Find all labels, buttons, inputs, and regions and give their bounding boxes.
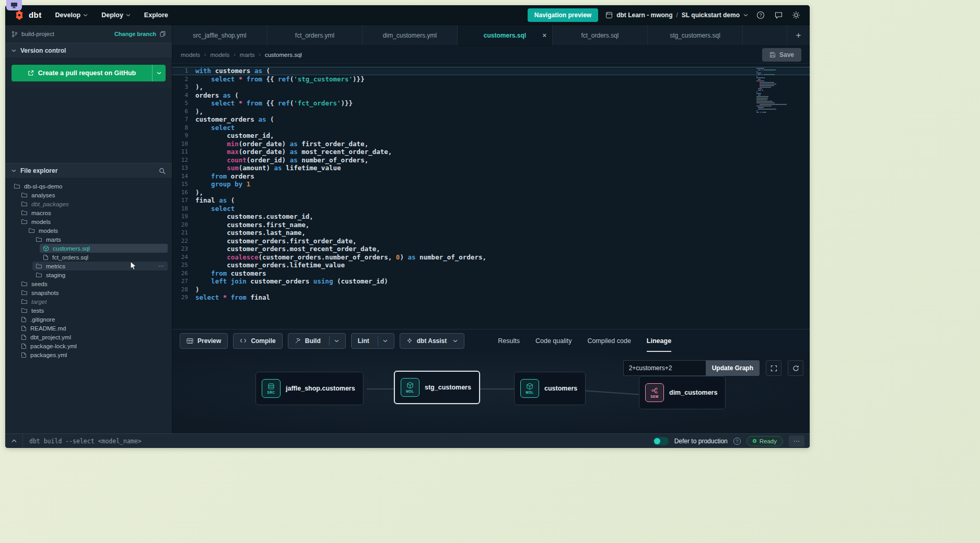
chevron-down-icon[interactable] bbox=[453, 339, 458, 343]
code-line[interactable]: 12 count(order_id) as number_of_orders, bbox=[172, 156, 810, 164]
change-branch-link[interactable]: Change branch bbox=[114, 31, 156, 37]
code-line[interactable]: 25 customer_orders.lifetime_value bbox=[172, 261, 810, 269]
account-project-switcher[interactable]: dbt Learn - mwong / SL quickstart demo bbox=[605, 11, 748, 19]
search-icon[interactable] bbox=[159, 168, 166, 174]
tree-item-packages-yml[interactable]: packages.yml bbox=[5, 350, 172, 359]
tree-item-staging[interactable]: staging bbox=[5, 270, 172, 279]
editor-tab-customers-sql[interactable]: customers.sql× bbox=[458, 25, 553, 45]
code-line[interactable]: 2 select * from {{ ref('stg_customers')}… bbox=[172, 75, 810, 84]
editor-tab-fct-orders-sql[interactable]: fct_orders.sql bbox=[553, 25, 648, 45]
nav-item-develop[interactable]: Develop bbox=[55, 11, 88, 19]
nav-item-explore[interactable]: Explore bbox=[144, 11, 168, 19]
tree-item-macros[interactable]: macros bbox=[5, 208, 172, 217]
more-options-button[interactable]: ⋯ bbox=[789, 435, 804, 447]
copy-icon[interactable] bbox=[160, 31, 166, 37]
tree-item-seeds[interactable]: seeds bbox=[5, 279, 172, 288]
refresh-icon[interactable] bbox=[788, 360, 803, 376]
file-explorer-header[interactable]: File explorer bbox=[5, 163, 172, 179]
lineage-panel[interactable]: SRCjaffle_shop.customersMDLstg_customers… bbox=[172, 352, 810, 433]
code-line[interactable]: 9 customer_id, bbox=[172, 132, 810, 140]
code-line[interactable]: 3), bbox=[172, 83, 810, 91]
editor-tab-fct-orders-yml[interactable]: fct_orders.yml bbox=[267, 25, 363, 45]
editor-minimap[interactable] bbox=[756, 68, 804, 113]
code-line[interactable]: 27 left join customer_orders using (cust… bbox=[172, 277, 810, 286]
code-line[interactable]: 29select * from final bbox=[172, 293, 810, 302]
tab-code-quality[interactable]: Code quality bbox=[535, 329, 572, 352]
create-pull-request-button[interactable]: Create a pull request on GitHub bbox=[11, 65, 166, 81]
command-input[interactable]: dbt build --select <model_name> bbox=[29, 438, 142, 445]
feedback-chat-icon[interactable] bbox=[773, 10, 784, 20]
code-line[interactable]: 24 coalesce(customer_orders.number_of_or… bbox=[172, 253, 810, 262]
code-line[interactable]: 13 sum(amount) as lifetime_value bbox=[172, 164, 810, 172]
code-line[interactable]: 19 customers.customer_id, bbox=[172, 213, 810, 221]
tab-lineage[interactable]: Lineage bbox=[647, 329, 671, 352]
code-line[interactable]: 5 select * from {{ ref('fct_orders')}} bbox=[172, 99, 810, 108]
tree-item-models[interactable]: models bbox=[5, 217, 172, 226]
code-line[interactable]: 21 customers.last_name, bbox=[172, 229, 810, 237]
code-line[interactable]: 17final as ( bbox=[172, 196, 810, 205]
pr-button-dropdown[interactable] bbox=[152, 65, 166, 81]
editor-tab-dim-customers-yml[interactable]: dim_customers.yml bbox=[363, 25, 458, 45]
tree-item-tests[interactable]: tests bbox=[5, 306, 172, 315]
preview-button[interactable]: Preview bbox=[180, 333, 228, 349]
editor-tab-src-jaffle-shop-yml[interactable]: src_jaffle_shop.yml bbox=[172, 25, 267, 45]
save-button[interactable]: Save bbox=[762, 48, 801, 62]
breadcrumb-item[interactable]: models bbox=[181, 52, 200, 58]
tab-results[interactable]: Results bbox=[498, 329, 520, 352]
close-icon[interactable]: × bbox=[542, 31, 546, 39]
code-line[interactable]: 10 min(order_date) as first_order_date, bbox=[172, 140, 810, 148]
build-button[interactable]: Build bbox=[288, 333, 346, 349]
chevron-down-icon[interactable] bbox=[329, 336, 339, 346]
tree-item-target[interactable]: target bbox=[5, 297, 172, 306]
code-line[interactable]: 23 customer_orders.most_recent_order_dat… bbox=[172, 245, 810, 253]
tree-item-marts[interactable]: marts bbox=[5, 235, 172, 244]
settings-gear-icon[interactable] bbox=[791, 10, 801, 20]
tree-item-package-lock-yml[interactable]: package-lock.yml bbox=[5, 341, 172, 350]
dbt-assist-button[interactable]: dbt Assist bbox=[400, 333, 465, 349]
tree-item-dbt-packages[interactable]: dbt_packages bbox=[5, 199, 172, 208]
update-graph-button[interactable]: Update Graph bbox=[706, 360, 760, 376]
defer-help-icon[interactable]: ? bbox=[733, 438, 741, 445]
code-line[interactable]: 18 select bbox=[172, 205, 810, 213]
code-line[interactable]: 7customer_orders as ( bbox=[172, 115, 810, 124]
compile-button[interactable]: Compile bbox=[233, 333, 282, 349]
nav-item-deploy[interactable]: Deploy bbox=[101, 11, 131, 19]
code-line[interactable]: 14 from orders bbox=[172, 172, 810, 181]
dbt-logo[interactable]: dbt bbox=[14, 9, 42, 21]
tree-item-analyses[interactable]: analyses bbox=[5, 191, 172, 199]
code-line[interactable]: 4orders as ( bbox=[172, 91, 810, 100]
lineage-node-jaffle-shop-customers[interactable]: SRCjaffle_shop.customers bbox=[255, 372, 364, 405]
tree-item-metrics[interactable]: metrics⋯ bbox=[5, 262, 172, 270]
ready-status-badge[interactable]: Ready bbox=[746, 436, 783, 446]
breadcrumb-item[interactable]: marts bbox=[240, 52, 255, 58]
code-line[interactable]: 11 max(order_date) as most_recent_order_… bbox=[172, 148, 810, 156]
code-line[interactable]: 8 select bbox=[172, 124, 810, 132]
lineage-node-customers[interactable]: MDLcustomers bbox=[514, 372, 586, 405]
code-line[interactable]: 6), bbox=[172, 108, 810, 116]
lineage-node-stg-customers[interactable]: MDLstg_customers bbox=[394, 371, 480, 404]
fullscreen-icon[interactable] bbox=[766, 360, 781, 376]
tree-item-models[interactable]: models bbox=[5, 226, 172, 235]
tree-item-customers-sql[interactable]: customers.sql bbox=[5, 244, 172, 253]
tree-item-dbt-project-yml[interactable]: dbt_project.yml bbox=[5, 333, 172, 341]
tree-item-db-sl-qs-demo[interactable]: db-sl-qs-demo bbox=[5, 182, 172, 191]
help-icon[interactable]: ? bbox=[755, 10, 766, 20]
code-line[interactable]: 16), bbox=[172, 188, 810, 197]
lint-button[interactable]: Lint bbox=[351, 333, 394, 349]
code-line[interactable]: 28) bbox=[172, 286, 810, 294]
code-line[interactable]: 1with customers as ( bbox=[172, 67, 810, 75]
breadcrumb-item[interactable]: models bbox=[210, 52, 229, 58]
expand-command-button[interactable] bbox=[5, 434, 23, 448]
navigation-preview-button[interactable]: Navigation preview bbox=[528, 8, 598, 22]
lineage-search-input[interactable] bbox=[623, 360, 706, 376]
lineage-node-dim-customers[interactable]: SEMdim_customers bbox=[639, 376, 726, 409]
code-editor[interactable]: 1with customers as (2 select * from {{ r… bbox=[172, 64, 810, 329]
code-line[interactable]: 15 group by 1 bbox=[172, 180, 810, 188]
new-tab-button[interactable]: + bbox=[787, 25, 810, 45]
defer-toggle[interactable] bbox=[653, 437, 669, 445]
item-menu-icon[interactable]: ⋯ bbox=[158, 263, 165, 269]
code-line[interactable]: 26 from customers bbox=[172, 269, 810, 278]
chevron-down-icon[interactable] bbox=[378, 336, 388, 346]
code-line[interactable]: 22 customer_orders.first_order_date, bbox=[172, 237, 810, 245]
editor-tab-stg-customers-sql[interactable]: stg_customers.sql bbox=[648, 25, 743, 45]
